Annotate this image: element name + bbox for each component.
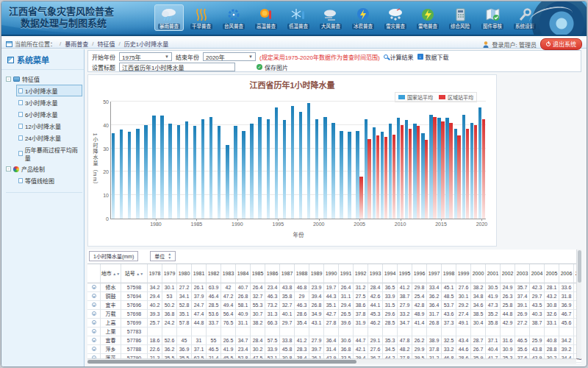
nav-item-gale[interactable]: 大风普查 <box>316 4 345 31</box>
metric-filter-box[interactable]: 1小时降水量(mm) <box>89 251 138 261</box>
app-title: 江西省气象灾害风险普查 数据处理与制图系统 <box>9 6 114 29</box>
download-button[interactable]: ↓ 数据下载 <box>417 53 449 61</box>
logout-label: 退出系统 <box>553 40 576 48</box>
nav-item-high-temp[interactable]: 高温普查 <box>251 4 281 31</box>
year-header-cell: 1983 <box>221 264 236 283</box>
sidebar-item-storm-process-avg[interactable]: 历年暴雨过程平均雨量 <box>16 144 82 163</box>
sort-arrows-icon[interactable]: ▲▼ <box>135 272 143 276</box>
nav-item-comprehensive-risk[interactable]: 综合风险 <box>445 4 475 31</box>
sidebar-item-product-drawing[interactable]: - 产品绘制 <box>6 163 82 174</box>
nav-item-snow[interactable]: 雪灾普查 <box>381 4 410 31</box>
download-label: 数据下载 <box>426 53 449 61</box>
sidebar-item-1h-precip[interactable]: 1小时降水量 <box>16 85 82 96</box>
sort-arrows-icon[interactable]: ▲▼ <box>112 272 120 276</box>
table-row[interactable]: 修水5759834.230.127.226.163.94240.726.423.… <box>87 283 581 292</box>
nav-item-rainstorm[interactable]: 暴雨普查 <box>154 4 184 31</box>
row-select-icon[interactable] <box>87 345 101 354</box>
value-cell: 32.7 <box>251 292 265 301</box>
breadcrumb-item-feature[interactable]: 特征值 <box>97 40 115 48</box>
nav-item-typhoon[interactable]: 台风普查 <box>219 4 248 31</box>
value-cell <box>412 328 427 336</box>
city-column-header[interactable]: 地市 ▲▼ <box>101 264 121 283</box>
value-cell <box>427 328 442 336</box>
value-cell: 27.2 <box>177 283 192 292</box>
row-select-icon[interactable] <box>87 328 101 336</box>
sidebar-item-3h-precip[interactable]: 3小时降水量 <box>16 96 82 108</box>
row-select-icon[interactable] <box>87 336 101 345</box>
year-header-cell: 1987 <box>280 264 295 283</box>
logout-button[interactable]: 退出系统 <box>540 38 582 50</box>
table-row[interactable]: 上栗57783 <box>87 328 581 336</box>
value-cell: 42.1 <box>354 345 368 354</box>
table-row[interactable]: 宜丰5769640.250.252.824.728.549.458.155.37… <box>87 301 581 310</box>
start-year-select[interactable]: 1975年 ▼ <box>119 52 172 61</box>
value-cell: 32.5 <box>442 336 456 345</box>
value-cell: 34.5 <box>383 345 398 354</box>
legend-item-regional[interactable]: 区域站平均 <box>439 93 473 101</box>
year-header-cell: 2000 <box>471 264 486 283</box>
nav-item-hail[interactable]: 冰雹普查 <box>348 4 378 31</box>
table-vertical-scrollbar[interactable] <box>576 250 581 358</box>
station-id-cell: 57694 <box>121 292 148 301</box>
table-row[interactable]: 上高5769925.724.257.844.833.776.531.138.26… <box>87 319 581 328</box>
value-cell: 40.1 <box>280 310 295 319</box>
value-cell: 47.2 <box>221 292 236 301</box>
end-year-label: 结束年份 <box>176 53 199 61</box>
chart-bar-national <box>462 115 465 219</box>
sidebar-item-isoline-drawing[interactable]: 等值线绘图 <box>16 174 82 186</box>
year-header-cell: 1991 <box>339 264 354 283</box>
value-cell: 38.2 <box>251 319 265 328</box>
nav-item-label: 综合风险 <box>449 24 471 29</box>
row-select-icon[interactable] <box>87 283 101 292</box>
year-header-cell: 1985 <box>251 264 265 283</box>
save-image-button[interactable]: ✓ 保存图片 <box>257 63 288 71</box>
nav-item-label: 雷电普查 <box>417 24 439 29</box>
value-cell: 45.8 <box>280 345 295 354</box>
y-axis-tick-label: 0 <box>106 216 109 222</box>
sidebar-item-12h-precip[interactable]: 12小时降水量 <box>16 120 82 132</box>
value-cell: 36.2 <box>427 292 442 301</box>
table-row[interactable]: 萍乡5778822.636.236.937.146.541.923.430.23… <box>87 345 581 354</box>
collapse-toggle-icon[interactable]: - <box>6 166 11 171</box>
value-cell: 38.2 <box>471 283 486 292</box>
sidebar-item-24h-precip[interactable]: 24小时降水量 <box>16 132 82 144</box>
chart-bar-regional <box>384 137 387 219</box>
end-year-select[interactable]: 2020年 ▼ <box>203 52 256 61</box>
station-icon <box>92 329 96 333</box>
nav-item-low-temp[interactable]: 低温普查 <box>284 4 313 31</box>
station-column-header[interactable]: 站号 ▲▼ <box>121 264 148 283</box>
value-cell: 26.9 <box>515 310 530 319</box>
chart-bar-regional <box>482 119 485 219</box>
value-cell: 36.4 <box>324 336 339 345</box>
table-row[interactable]: 万载5769839.336.835.147.453.656.440.930.73… <box>87 310 581 319</box>
value-cell: 57.8 <box>177 319 192 328</box>
table-horizontal-scrollbar[interactable] <box>87 358 576 364</box>
legend-item-national[interactable]: 国家站平均 <box>398 93 433 101</box>
row-select-icon[interactable] <box>87 319 101 328</box>
station-name-cell: 上高 <box>101 319 121 328</box>
value-cell: 38.7 <box>398 292 412 301</box>
row-select-icon[interactable] <box>87 310 101 319</box>
value-cell: 30.6 <box>339 336 354 345</box>
value-cell: 31.1 <box>236 319 251 328</box>
sidebar-item-feature-values[interactable]: - 特征值 <box>6 74 82 85</box>
table-row[interactable]: 铜鼓5769429.45334.137.946.447.226.832.746.… <box>87 292 581 301</box>
sidebar-item-6h-precip[interactable]: 6小时降水量 <box>16 108 82 120</box>
value-cell: 39.2 <box>559 345 574 354</box>
chart-title-input[interactable] <box>119 63 235 71</box>
breadcrumb-item-survey[interactable]: 暴雨普查 <box>65 40 88 48</box>
nav-item-lightning[interactable]: 雷电普查 <box>413 4 442 31</box>
chart-bar-national <box>258 117 261 219</box>
row-select-icon[interactable] <box>87 292 101 301</box>
value-cell: 33.9 <box>383 292 398 301</box>
nav-item-drought[interactable]: 干旱普查 <box>187 4 216 31</box>
nav-item-map-review[interactable]: 图件审核 <box>478 4 507 31</box>
collapse-toggle-icon[interactable]: - <box>6 77 11 82</box>
value-cell <box>501 328 515 336</box>
row-select-icon[interactable] <box>87 301 101 310</box>
calculate-button[interactable]: 计算结果 <box>384 53 414 61</box>
unit-sort-box[interactable]: 单位 ▲▼ <box>150 251 176 261</box>
value-cell: 33.2 <box>442 345 456 354</box>
table-row[interactable]: 宜春5778618.652.645315526.534.728.457.533.… <box>87 336 581 345</box>
sort-arrows-icon: ▲▼ <box>168 252 171 260</box>
